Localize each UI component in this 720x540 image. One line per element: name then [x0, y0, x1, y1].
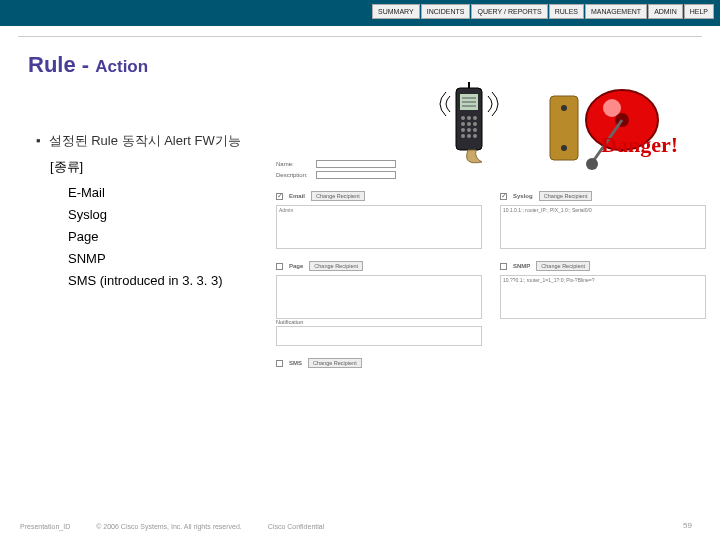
svg-point-12 [467, 128, 471, 132]
menu-help[interactable]: HELP [684, 4, 714, 19]
page-label: Page [289, 263, 303, 269]
menu-incidents[interactable]: INCIDENTS [421, 4, 471, 19]
email-label: Email [289, 193, 305, 199]
syslog-body[interactable]: 10.1.0.1:; router_IP:; PIX_1.0:; Serial0… [500, 205, 706, 249]
list-item: SMS (introduced in 3. 3. 3) [68, 270, 223, 292]
title-sub: Action [95, 57, 148, 76]
svg-point-15 [467, 134, 471, 138]
list-item: Page [68, 226, 223, 248]
svg-point-7 [473, 116, 477, 120]
sms-change-recipient-button[interactable]: Change Recipient [308, 358, 362, 368]
slide-title: Rule - Action [28, 52, 148, 78]
title-main: Rule - [28, 52, 95, 77]
app-menu: SUMMARY INCIDENTS QUERY / REPORTS RULES … [372, 4, 714, 19]
desc-field[interactable] [316, 171, 396, 179]
email-section: Email Change Recipient Admin [276, 191, 482, 249]
name-field[interactable] [316, 160, 396, 168]
svg-point-5 [461, 116, 465, 120]
notification-label: Notification [276, 319, 482, 325]
syslog-label: Syslog [513, 193, 533, 199]
list-item: E-Mail [68, 182, 223, 204]
svg-point-10 [473, 122, 477, 126]
svg-point-16 [473, 134, 477, 138]
snmp-body[interactable]: 10.??0.1:; router_1=1_1?:0; Pix-?Bline=? [500, 275, 706, 319]
confidential: Cisco Confidential [268, 523, 324, 530]
menu-admin[interactable]: ADMIN [648, 4, 683, 19]
type-list: E-Mail Syslog Page SNMP SMS (introduced … [68, 182, 223, 292]
page-checkbox[interactable] [276, 263, 283, 270]
presentation-id: Presentation_ID [20, 523, 70, 530]
svg-point-19 [561, 105, 567, 111]
sms-section: SMS Change Recipient [276, 358, 482, 372]
footer: Presentation_ID © 2006 Cisco Systems, In… [20, 523, 324, 530]
svg-point-8 [461, 122, 465, 126]
page-number: 59 [683, 521, 692, 530]
desc-label: Description: [276, 172, 316, 178]
snmp-checkbox[interactable] [500, 263, 507, 270]
divider [18, 36, 702, 37]
snmp-label: SNMP [513, 263, 530, 269]
svg-point-11 [461, 128, 465, 132]
sms-label: SMS [289, 360, 302, 366]
list-item: SNMP [68, 248, 223, 270]
svg-point-6 [467, 116, 471, 120]
danger-text: Danger! [601, 132, 678, 157]
menu-rules[interactable]: RULES [549, 4, 584, 19]
phone-icon [432, 82, 506, 170]
topbar: SUMMARY INCIDENTS QUERY / REPORTS RULES … [0, 0, 720, 26]
menu-query[interactable]: QUERY / REPORTS [471, 4, 547, 19]
svg-point-9 [467, 122, 471, 126]
bullet-line: 설정된 Rule 동작시 Alert FW기능 [36, 132, 241, 150]
menu-summary[interactable]: SUMMARY [372, 4, 420, 19]
page-change-recipient-button[interactable]: Change Recipient [309, 261, 363, 271]
category-label: [종류] [50, 158, 83, 176]
snmp-section: SNMP Change Recipient 10.??0.1:; router_… [500, 261, 706, 346]
email-change-recipient-button[interactable]: Change Recipient [311, 191, 365, 201]
svg-point-13 [473, 128, 477, 132]
email-body[interactable]: Admin [276, 205, 482, 249]
menu-management[interactable]: MANAGEMENT [585, 4, 647, 19]
svg-point-20 [561, 145, 567, 151]
copyright: © 2006 Cisco Systems, Inc. All rights re… [96, 523, 242, 530]
list-item: Syslog [68, 204, 223, 226]
syslog-section: Syslog Change Recipient 10.1.0.1:; route… [500, 191, 706, 249]
page-body[interactable] [276, 275, 482, 319]
email-checkbox[interactable] [276, 193, 283, 200]
name-label: Name: [276, 161, 316, 167]
snmp-change-recipient-button[interactable]: Change Recipient [536, 261, 590, 271]
svg-point-14 [461, 134, 465, 138]
sms-checkbox[interactable] [276, 360, 283, 367]
syslog-checkbox[interactable] [500, 193, 507, 200]
page-notification-body[interactable] [276, 326, 482, 346]
page-section: Page Change Recipient Notification [276, 261, 482, 346]
syslog-change-recipient-button[interactable]: Change Recipient [539, 191, 593, 201]
action-config-panel: Name: Description: Email Change Recipien… [276, 160, 706, 372]
